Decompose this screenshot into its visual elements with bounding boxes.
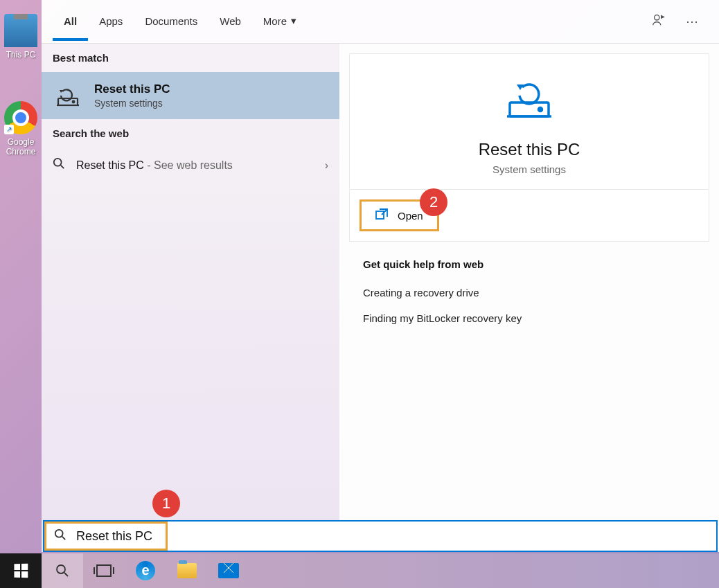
search-tabs: All Apps Documents Web More ▾ ⋯: [42, 0, 719, 44]
start-button[interactable]: [0, 553, 42, 588]
folder-icon: [177, 563, 197, 578]
taskbar: [0, 553, 719, 588]
best-match-header: Best match: [42, 44, 339, 72]
tab-all[interactable]: All: [53, 3, 88, 41]
svg-line-6: [61, 166, 64, 169]
pc-icon: [4, 14, 37, 47]
task-view-icon: [96, 564, 112, 577]
result-subtitle: System settings: [94, 98, 170, 109]
web-result-item[interactable]: Reset this PC - See web results ›: [42, 148, 339, 183]
taskbar-edge[interactable]: [125, 553, 166, 588]
feedback-icon[interactable]: [641, 7, 676, 37]
desktop-icon-label: Google Chrome: [0, 137, 42, 157]
annotation-badge-1: 1: [152, 490, 180, 517]
svg-line-15: [64, 573, 68, 576]
action-bar: Open: [349, 190, 709, 242]
mail-icon: [218, 563, 239, 578]
taskbar-file-explorer[interactable]: [166, 553, 208, 588]
svg-point-10: [539, 108, 542, 112]
svg-point-4: [73, 101, 75, 103]
detail-title: Reset this PC: [364, 140, 695, 159]
svg-rect-11: [376, 211, 384, 219]
tab-more-label: More: [263, 15, 287, 27]
tab-more[interactable]: More ▾: [252, 2, 308, 41]
tab-documents[interactable]: Documents: [134, 3, 208, 41]
quick-link-recovery-drive[interactable]: Creating a recovery drive: [363, 280, 695, 305]
annotation-badge-2: 2: [420, 188, 447, 216]
search-icon: [54, 528, 66, 544]
web-result-query: Reset this PC: [76, 159, 144, 171]
desktop-icon-this-pc[interactable]: This PC: [0, 14, 42, 60]
web-result-suffix: - See web results: [144, 159, 233, 171]
detail-card: Reset this PC System settings: [349, 53, 709, 190]
search-box[interactable]: [43, 520, 718, 552]
search-web-header: Search the web: [42, 119, 339, 148]
search-results-panel: All Apps Documents Web More ▾ ⋯ Best mat…: [42, 0, 719, 552]
windows-logo-icon: [14, 564, 28, 578]
reset-large-icon: [501, 75, 557, 123]
tab-web[interactable]: Web: [208, 3, 252, 41]
svg-point-5: [54, 159, 62, 166]
result-title: Reset this PC: [94, 82, 170, 96]
result-reset-this-pc[interactable]: Reset this PC System settings: [42, 72, 339, 119]
edge-icon: [136, 561, 155, 580]
desktop-icon-label: This PC: [0, 50, 42, 60]
open-external-icon: [375, 208, 388, 222]
desktop-icon-chrome[interactable]: ↗ Google Chrome: [0, 101, 42, 157]
detail-subtitle: System settings: [364, 163, 695, 175]
reset-icon: [53, 80, 83, 111]
detail-pane: Reset this PC System settings Open Get q…: [339, 44, 719, 552]
taskbar-search-button[interactable]: [42, 553, 83, 588]
more-options-icon[interactable]: ⋯: [676, 8, 708, 35]
results-list: Best match Reset this PC System settings: [42, 44, 339, 552]
chevron-right-icon: ›: [325, 159, 328, 172]
web-result-text: Reset this PC - See web results: [76, 159, 314, 172]
svg-point-0: [655, 15, 659, 19]
chrome-icon: ↗: [4, 101, 37, 134]
svg-point-14: [57, 565, 65, 573]
task-view-button[interactable]: [83, 553, 125, 588]
quick-help-section: Get quick help from web Creating a recov…: [349, 242, 709, 348]
search-icon: [53, 157, 65, 173]
chevron-down-icon: ▾: [291, 15, 296, 27]
svg-point-12: [55, 529, 63, 537]
svg-line-13: [62, 536, 66, 540]
search-input[interactable]: [76, 529, 716, 544]
open-label: Open: [398, 210, 423, 222]
quick-help-header: Get quick help from web: [363, 258, 695, 270]
shortcut-arrow-icon: ↗: [4, 125, 14, 134]
quick-link-bitlocker[interactable]: Finding my BitLocker recovery key: [363, 305, 695, 331]
taskbar-mail[interactable]: [208, 553, 249, 588]
tab-apps[interactable]: Apps: [88, 3, 134, 41]
